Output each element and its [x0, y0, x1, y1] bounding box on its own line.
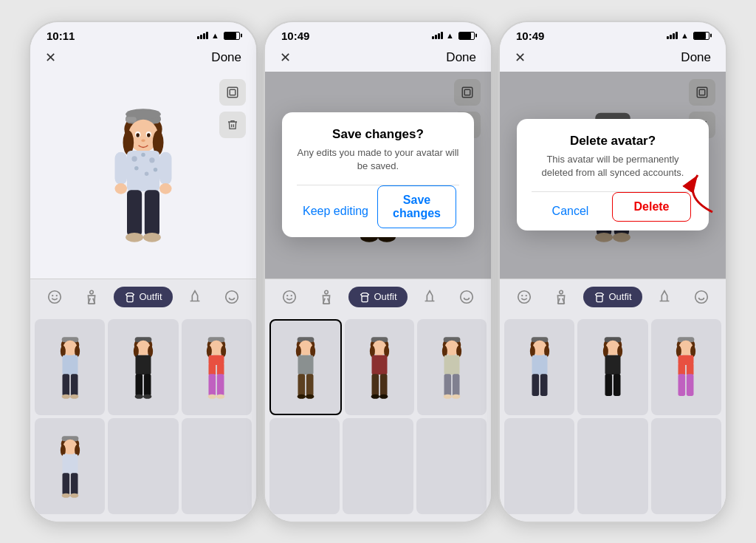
- outfit-tab-1[interactable]: Outfit: [114, 287, 172, 307]
- signal-icon-2: [432, 32, 443, 39]
- svg-point-45: [70, 395, 78, 399]
- svg-rect-62: [209, 364, 216, 375]
- grid-cell-1-5[interactable]: [108, 418, 178, 514]
- status-time-2: 10:49: [281, 30, 309, 42]
- svg-rect-120: [372, 374, 379, 396]
- svg-rect-22: [115, 151, 128, 184]
- save-changes-btn[interactable]: Save changes: [377, 185, 456, 228]
- face-tab-2[interactable]: [275, 284, 304, 310]
- svg-point-20: [145, 171, 149, 176]
- svg-rect-175: [605, 374, 612, 396]
- svg-rect-109: [298, 355, 314, 375]
- battery-icon-2: [458, 32, 475, 40]
- status-bar-2: 10:49 ▲: [265, 22, 491, 45]
- grid-cell-2-1[interactable]: [269, 319, 342, 415]
- screenshot-btn-1[interactable]: [219, 79, 246, 106]
- grid-cell-2-6[interactable]: [416, 418, 487, 514]
- done-button-2[interactable]: Done: [446, 50, 476, 65]
- save-changes-modal: Save changes? Any edits you made to your…: [265, 72, 491, 279]
- done-button-1[interactable]: Done: [211, 50, 241, 65]
- grid-cell-1-1[interactable]: [35, 319, 105, 415]
- grid-cell-3-4[interactable]: [504, 418, 574, 514]
- grid-cell-1-4[interactable]: [35, 418, 105, 514]
- grid-cell-2-4[interactable]: [269, 418, 340, 514]
- svg-rect-27: [145, 190, 159, 236]
- svg-point-33: [90, 290, 94, 294]
- grid-cell-3-5[interactable]: [577, 418, 647, 514]
- grid-cell-2-2[interactable]: [345, 319, 414, 415]
- body-tab-2[interactable]: [312, 284, 341, 310]
- avatar-grid-1: [30, 315, 256, 522]
- svg-rect-1: [230, 89, 236, 95]
- grid-cell-3-2[interactable]: [577, 319, 647, 415]
- signal-icon-3: [667, 32, 678, 39]
- grid-cell-2-5[interactable]: [343, 418, 413, 514]
- grid-cell-3-3[interactable]: [651, 319, 721, 415]
- svg-point-66: [208, 395, 216, 399]
- outfit-tab-2[interactable]: Outfit: [348, 287, 407, 307]
- body-tab-3[interactable]: [546, 284, 576, 310]
- done-button-3[interactable]: Done: [681, 50, 711, 65]
- grid-row-3-1: [504, 319, 721, 415]
- svg-point-25: [159, 183, 172, 194]
- svg-rect-121: [380, 374, 388, 396]
- grid-cell-3-1[interactable]: [504, 319, 574, 415]
- signal-icon-1: [197, 32, 208, 39]
- avatar-grid-2: [265, 315, 491, 522]
- avatar-grid-3: [500, 315, 726, 522]
- screen-1: 10:11 ▲ ✕ Done: [29, 21, 258, 523]
- screen-3: 10:49 ▲ ✕ Done: [498, 21, 727, 523]
- cancel-btn[interactable]: Cancel: [532, 192, 609, 230]
- hat-tab-3[interactable]: [650, 284, 679, 310]
- status-time-3: 10:49: [516, 30, 544, 42]
- svg-point-19: [134, 166, 139, 171]
- sticker-tab-1[interactable]: [217, 284, 247, 310]
- battery-icon-3: [693, 32, 709, 40]
- face-tab-1[interactable]: [40, 284, 69, 310]
- svg-point-13: [147, 133, 151, 137]
- svg-point-21: [154, 167, 158, 171]
- svg-rect-41: [62, 355, 78, 375]
- hat-tab-1[interactable]: [180, 284, 210, 310]
- grid-cell-1-6[interactable]: [182, 418, 252, 514]
- svg-point-44: [61, 395, 69, 399]
- svg-rect-65: [217, 374, 224, 396]
- close-button-2[interactable]: ✕: [280, 49, 291, 66]
- svg-rect-131: [453, 374, 460, 396]
- grid-cell-3-6[interactable]: [651, 418, 721, 514]
- top-nav-1: ✕ Done: [30, 45, 256, 72]
- wifi-icon-3: ▲: [681, 31, 689, 40]
- grid-cell-1-2[interactable]: [108, 319, 178, 415]
- svg-point-155: [518, 290, 531, 303]
- red-arrow-indicator: [668, 168, 720, 222]
- svg-point-76: [61, 494, 69, 498]
- close-button-3[interactable]: ✕: [515, 49, 526, 66]
- svg-point-160: [695, 290, 708, 303]
- sticker-tab-2[interactable]: [452, 284, 481, 310]
- sticker-tab-3[interactable]: [687, 284, 716, 310]
- svg-rect-168: [540, 374, 548, 396]
- avatar-area-2: Save changes? Any edits you made to your…: [265, 72, 491, 279]
- delete-btn-1[interactable]: [219, 112, 246, 138]
- status-icons-2: ▲: [432, 31, 475, 40]
- svg-point-101: [325, 290, 329, 294]
- top-nav-2: ✕ Done: [265, 45, 491, 72]
- svg-rect-119: [372, 355, 388, 375]
- grid-cell-1-3[interactable]: [182, 319, 252, 415]
- outfit-tab-3[interactable]: Outfit: [583, 287, 642, 307]
- svg-rect-23: [159, 151, 172, 184]
- face-tab-3[interactable]: [509, 284, 539, 310]
- keep-editing-btn[interactable]: Keep editing: [297, 185, 374, 237]
- grid-cell-2-3[interactable]: [417, 319, 487, 415]
- hat-tab-2[interactable]: [415, 284, 444, 310]
- svg-rect-174: [605, 355, 620, 375]
- svg-rect-159: [597, 296, 602, 301]
- wifi-icon-1: ▲: [211, 31, 219, 40]
- svg-rect-61: [209, 355, 224, 365]
- svg-point-30: [49, 290, 61, 303]
- body-tab-1[interactable]: [77, 284, 106, 310]
- svg-rect-182: [678, 355, 694, 365]
- close-button-1[interactable]: ✕: [45, 49, 56, 66]
- wifi-icon-2: ▲: [446, 31, 454, 40]
- svg-point-16: [131, 156, 137, 161]
